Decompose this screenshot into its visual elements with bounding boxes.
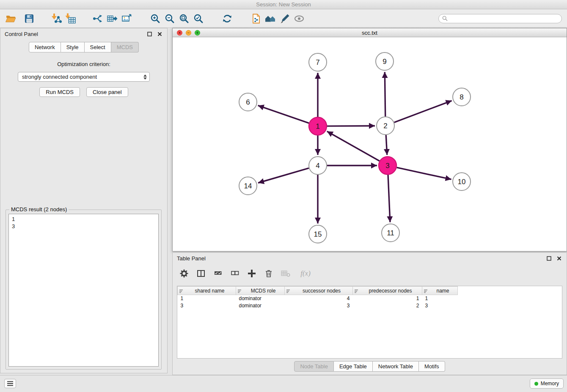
close-panel-icon[interactable] bbox=[156, 30, 163, 37]
close-panel-button[interactable]: Close panel bbox=[86, 87, 128, 97]
graph-edge[interactable] bbox=[258, 168, 309, 183]
svg-text:1: 1 bbox=[316, 122, 319, 130]
network-window: × − + scc.txt 7968124314101511 bbox=[172, 28, 567, 251]
run-mcds-button[interactable]: Run MCDS bbox=[39, 87, 80, 97]
minimize-window-button[interactable]: − bbox=[186, 30, 191, 36]
float-panel-icon[interactable] bbox=[146, 30, 153, 37]
zoom-in-button[interactable] bbox=[148, 11, 162, 26]
svg-text:14: 14 bbox=[244, 182, 252, 190]
maximize-window-button[interactable]: + bbox=[195, 30, 200, 36]
search-field[interactable] bbox=[438, 14, 562, 23]
graph-edge[interactable] bbox=[388, 175, 390, 222]
deselect-all-button[interactable] bbox=[228, 267, 241, 280]
zoom-selected-button[interactable] bbox=[191, 11, 206, 26]
style-brush-icon bbox=[279, 13, 290, 24]
zoom-out-button[interactable] bbox=[162, 11, 177, 26]
graph-node[interactable]: 11 bbox=[382, 224, 399, 242]
graph-node[interactable]: 7 bbox=[309, 53, 327, 71]
graph-edge[interactable] bbox=[385, 72, 385, 116]
table-row[interactable]: 1dominator411 bbox=[178, 295, 458, 302]
show-columns-button[interactable] bbox=[195, 267, 207, 280]
table-row[interactable]: 3dominator323 bbox=[178, 302, 458, 309]
table-panel-tabs: Node Table Edge Table Network Table Moti… bbox=[173, 361, 567, 372]
search-input[interactable] bbox=[450, 16, 558, 22]
sort-icon bbox=[179, 289, 184, 295]
select-all-button[interactable] bbox=[212, 267, 224, 280]
criterion-dropdown[interactable]: strongly connected component bbox=[18, 72, 150, 82]
column-header-name[interactable]: name bbox=[422, 287, 458, 295]
control-panel-tabs: Network Style Select MCDS bbox=[0, 42, 167, 52]
sort-icon bbox=[286, 289, 291, 295]
table-settings-button[interactable] bbox=[178, 267, 190, 280]
graph-node[interactable]: 2 bbox=[377, 117, 394, 135]
network-arrows-button[interactable] bbox=[91, 11, 105, 26]
import-network-button[interactable] bbox=[49, 11, 63, 26]
svg-text:11: 11 bbox=[387, 229, 394, 237]
zoom-selected-icon bbox=[193, 13, 204, 24]
tab-network[interactable]: Network bbox=[29, 42, 61, 52]
column-header-shared-name[interactable]: shared name bbox=[178, 287, 236, 295]
memory-button[interactable]: Memory bbox=[530, 378, 564, 389]
column-header-successor-nodes[interactable]: successor nodes bbox=[285, 287, 353, 295]
graph-edge[interactable] bbox=[386, 135, 387, 155]
graph-edge[interactable] bbox=[258, 105, 309, 123]
network-arrows-icon bbox=[92, 13, 103, 24]
network-graph[interactable]: 7968124314101511 bbox=[173, 38, 567, 252]
graph-node[interactable]: 15 bbox=[309, 225, 327, 243]
graph-edge[interactable] bbox=[394, 101, 452, 122]
gear-icon bbox=[180, 269, 188, 278]
open-file-button[interactable] bbox=[3, 11, 18, 26]
tab-mcds[interactable]: MCDS bbox=[111, 42, 139, 52]
trash-icon bbox=[264, 269, 273, 278]
svg-text:2: 2 bbox=[383, 122, 387, 130]
delete-button[interactable] bbox=[262, 267, 275, 280]
graph-node[interactable]: 4 bbox=[309, 157, 327, 174]
task-history-button[interactable] bbox=[4, 379, 16, 388]
tab-style[interactable]: Style bbox=[61, 42, 85, 52]
tab-edge-table[interactable]: Edge Table bbox=[334, 361, 373, 372]
tab-select[interactable]: Select bbox=[85, 42, 111, 52]
graph-node[interactable]: 1 bbox=[309, 117, 327, 135]
tab-network-table[interactable]: Network Table bbox=[373, 361, 419, 372]
network-canvas[interactable]: 7968124314101511 bbox=[173, 38, 567, 251]
style-brush-button[interactable] bbox=[278, 11, 292, 26]
import-table-button[interactable] bbox=[63, 11, 78, 26]
graph-node[interactable]: 3 bbox=[379, 157, 396, 174]
select-all-icon bbox=[214, 269, 222, 278]
document-network-button[interactable] bbox=[249, 11, 263, 26]
show-hide-button[interactable] bbox=[292, 11, 306, 26]
column-header-mcds-role[interactable]: MCDS role bbox=[236, 287, 285, 295]
sort-icon bbox=[424, 289, 428, 295]
function-builder-label: f(x) bbox=[300, 269, 311, 278]
table-cell: 3 bbox=[422, 302, 458, 309]
column-header-predecessor-nodes[interactable]: predecessor nodes bbox=[353, 287, 422, 295]
save-session-button[interactable] bbox=[22, 11, 36, 26]
zoom-fit-button[interactable] bbox=[177, 11, 191, 26]
delete-table-icon bbox=[281, 269, 290, 278]
table-cell: 4 bbox=[285, 295, 353, 302]
memory-status-icon bbox=[534, 382, 538, 386]
graph-node[interactable]: 10 bbox=[453, 173, 471, 190]
graph-edge[interactable] bbox=[327, 126, 375, 126]
mcds-result-title: MCDS result (2 nodes) bbox=[9, 206, 69, 213]
float-table-panel-icon[interactable] bbox=[545, 255, 552, 262]
graph-node[interactable]: 6 bbox=[239, 93, 257, 111]
columns-icon bbox=[197, 269, 205, 278]
export-table-button[interactable] bbox=[105, 11, 119, 26]
table-panel-title: Table Panel bbox=[177, 255, 206, 262]
control-panel: Control Panel Network Style Select MCDS … bbox=[0, 28, 168, 373]
graph-node[interactable]: 9 bbox=[376, 52, 394, 70]
sort-icon bbox=[355, 289, 359, 295]
graph-node[interactable]: 14 bbox=[239, 177, 257, 195]
close-window-button[interactable]: × bbox=[177, 30, 182, 36]
tab-motifs[interactable]: Motifs bbox=[419, 361, 445, 372]
graph-edge[interactable] bbox=[397, 168, 451, 179]
graph-node[interactable]: 8 bbox=[453, 88, 471, 106]
home-overview-button[interactable] bbox=[263, 11, 278, 26]
tab-node-table[interactable]: Node Table bbox=[294, 361, 334, 372]
refresh-layout-button[interactable] bbox=[220, 11, 234, 26]
add-column-button[interactable] bbox=[245, 267, 258, 280]
close-table-panel-icon[interactable] bbox=[556, 255, 562, 262]
graph-edge[interactable] bbox=[327, 131, 380, 161]
export-image-button[interactable] bbox=[119, 11, 134, 26]
